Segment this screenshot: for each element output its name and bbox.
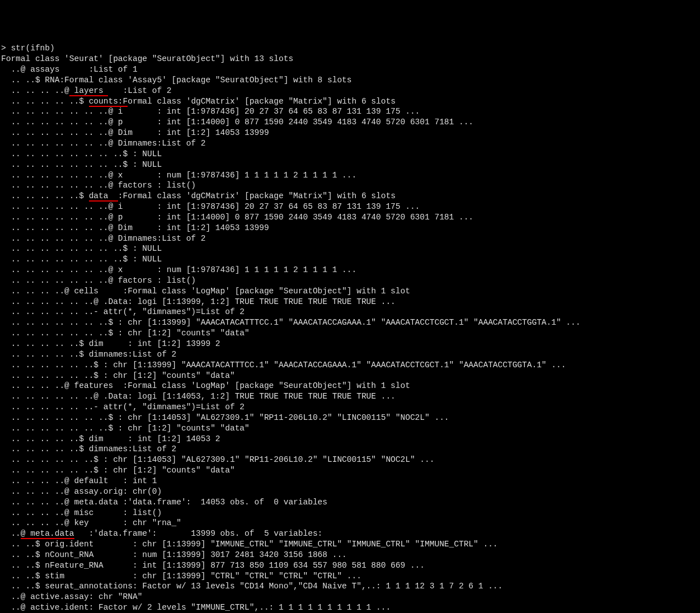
console-line: .. ..$ stim : chr [1:13999] "CTRL" "CTRL… (1, 571, 699, 582)
console-line: .. .. .. .. .. .. ..$ : chr [1:2] "count… (1, 423, 699, 434)
console-line: ..@ assays :List of 1 (1, 64, 699, 75)
console-line: ..@ active.ident: Factor w/ 2 levels "IM… (1, 602, 699, 613)
console-line: .. .. .. .. .. .. .. ..$ : NULL (1, 149, 699, 160)
console-line: .. .. .. .. .. .. ..@ Dimnames:List of 2 (1, 138, 699, 149)
console-line: .. .. .. ..@ misc : list() (1, 508, 699, 518)
console-line: .. .. .. ..@ default : int 1 (1, 476, 699, 486)
console-line: .. .. .. .. .. .. .. ..$ : NULL (1, 160, 699, 170)
console-line: .. .. .. .. .. ..$ : chr [1:13999] "AAAC… (1, 360, 699, 371)
console-line: .. .. .. ..@ features :Formal class 'Log… (1, 381, 699, 391)
console-line: .. ..$ nFeature_RNA : int [1:13999] 877 … (1, 560, 699, 571)
highlight-underline: @ meta.data (21, 529, 74, 539)
console-line: .. ..$ seurat_annotations: Factor w/ 13 … (1, 581, 699, 592)
console-line: .. .. .. .. .. .. ..@ x : num [1:9787436… (1, 170, 699, 181)
console-line: .. .. .. .. .. .. ..@ Dimnames:List of 2 (1, 233, 699, 244)
console-line: .. .. .. ..@ meta.data :'data.frame': 14… (1, 497, 699, 508)
console-line: .. .. .. .. ..$ dim : int [1:2] 14053 2 (1, 434, 699, 444)
console-line: .. .. .. .. .. .. .. ..$ : NULL (1, 254, 699, 265)
console-line: .. .. .. .. .. .. ..$ : chr [1:13999] "A… (1, 317, 699, 328)
console-line: .. .. .. .. .. .. ..@ i : int [1:9787436… (1, 106, 699, 117)
console-line: .. .. .. .. .. ..$ : chr [1:14053] "AL62… (1, 455, 699, 465)
highlight-underline: layers (69, 86, 109, 96)
highlight-underline: counts:F (89, 97, 128, 107)
console-line: .. .. .. .. .. .. .. ..$ : NULL (1, 244, 699, 254)
console-line: .. .. .. .. .. ..- attr(*, "dimnames")=L… (1, 307, 699, 317)
console-line: .. .. .. .. .. .. ..@ p : int [1:14000] … (1, 117, 699, 128)
console-line: .. .. .. .. .. .. ..@ factors : list() (1, 180, 699, 191)
highlight-underline: data (89, 191, 118, 202)
console-line: .. .. .. .. .. .. ..@ Dim : int [1:2] 14… (1, 223, 699, 233)
console-line: .. .. .. .. ..$ dim : int [1:2] 13999 2 (1, 339, 699, 349)
console-line: .. .. .. .. ..$ dimnames:List of 2 (1, 444, 699, 455)
console-line: .. ..$ orig.ident : chr [1:13999] "IMMUN… (1, 539, 699, 550)
console-line: .. ..$ RNA:Formal class 'Assay5' [packag… (1, 75, 699, 86)
console-line: .. .. .. .. .. .. ..@ x : num [1:9787436… (1, 265, 699, 275)
console-line: ..@ meta.data :'data.frame': 13999 obs. … (1, 528, 699, 539)
console-line: .. .. .. .. .. .. ..$ : chr [1:2] "count… (1, 328, 699, 339)
console-line: .. .. .. ..@ cells :Formal class 'LogMap… (1, 286, 699, 297)
console-line: .. .. .. .. .. .. ..@ Dim : int [1:2] 14… (1, 128, 699, 138)
console-line: .. .. .. .. ..$ dimnames:List of 2 (1, 349, 699, 360)
console-line: .. .. .. ..@ assay.orig: chr(0) (1, 486, 699, 497)
console-line: .. .. .. .. .. ..- attr(*, "dimnames")=L… (1, 402, 699, 413)
console-line: ..@ active.assay: chr "RNA" (1, 592, 699, 602)
console-line: .. .. .. .. .. ..@ .Data: logi [1:14053,… (1, 391, 699, 402)
console-line: .. .. .. .. .. .. ..@ factors : list() (1, 275, 699, 286)
console-line: .. .. .. .. .. .. ..$ : chr [1:14053] "A… (1, 413, 699, 423)
console-line: .. .. .. .. .. .. ..@ p : int [1:14000] … (1, 212, 699, 223)
console-line: .. .. .. .. .. .. ..@ i : int [1:9787436… (1, 202, 699, 212)
console-line: .. .. .. .. .. ..$ : chr [1:2] "counts" … (1, 371, 699, 381)
console-line: .. .. .. ..@ key : chr "rna_" (1, 518, 699, 528)
console-line: .. .. .. .. ..$ data :Formal class 'dgCM… (1, 191, 699, 202)
terminal-output: > str(ifnb)Formal class 'Seurat' [packag… (1, 43, 699, 613)
console-line: .. .. .. .. .. ..$ : chr [1:2] "counts" … (1, 465, 699, 476)
console-line: .. .. .. ..@ layers :List of 2 (1, 86, 699, 96)
console-line: .. .. .. .. ..$ counts:Formal class 'dgC… (1, 96, 699, 107)
console-line: .. .. .. .. .. ..@ .Data: logi [1:13999,… (1, 297, 699, 307)
console-line: .. ..$ nCount_RNA : num [1:13999] 3017 2… (1, 550, 699, 560)
console-line: > str(ifnb) (1, 43, 699, 54)
console-line: Formal class 'Seurat' [package "SeuratOb… (1, 54, 699, 64)
